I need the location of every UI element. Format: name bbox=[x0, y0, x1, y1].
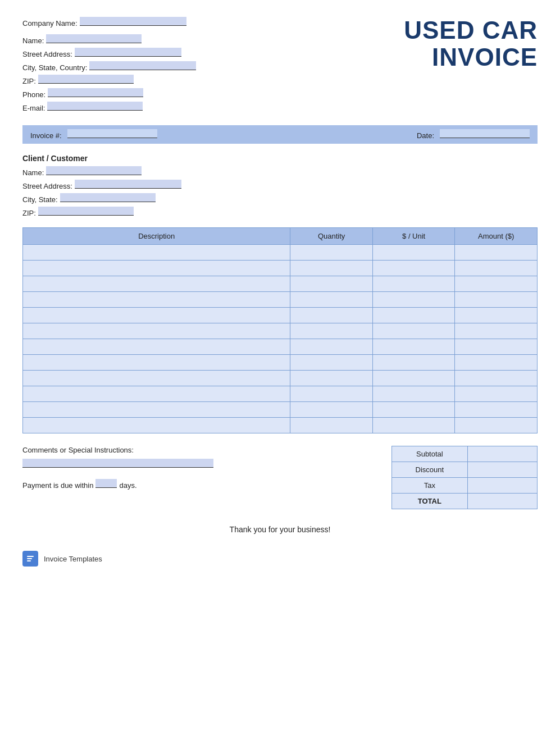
table-row bbox=[23, 245, 538, 261]
street-label: Street Address: bbox=[22, 50, 72, 58]
table-cell[interactable] bbox=[290, 386, 373, 402]
thank-you-text: Thank you for your business! bbox=[22, 525, 538, 534]
table-cell[interactable] bbox=[23, 386, 290, 402]
col-unit-price: $ / Unit bbox=[372, 228, 455, 245]
comments-label: Comments or Special Instructions: bbox=[22, 446, 369, 454]
table-cell[interactable] bbox=[372, 261, 455, 276]
phone-field[interactable] bbox=[48, 88, 143, 97]
name-field[interactable] bbox=[46, 34, 142, 43]
table-cell[interactable] bbox=[23, 402, 290, 418]
table-cell[interactable] bbox=[455, 245, 538, 261]
total-value[interactable] bbox=[467, 494, 537, 509]
table-cell[interactable] bbox=[372, 371, 455, 386]
table-cell[interactable] bbox=[290, 261, 373, 276]
table-cell[interactable] bbox=[290, 339, 373, 355]
table-cell[interactable] bbox=[455, 402, 538, 418]
table-cell[interactable] bbox=[455, 308, 538, 323]
invoice-num-field[interactable] bbox=[67, 129, 157, 138]
date-label: Date: bbox=[417, 131, 434, 140]
table-cell[interactable] bbox=[372, 339, 455, 355]
table-row bbox=[23, 292, 538, 308]
client-name-field[interactable] bbox=[46, 166, 142, 175]
client-city-label: City, State: bbox=[22, 195, 58, 204]
phone-label: Phone: bbox=[22, 90, 45, 99]
days-field[interactable] bbox=[95, 479, 117, 488]
discount-value[interactable] bbox=[467, 462, 537, 478]
table-cell[interactable] bbox=[290, 402, 373, 418]
table-cell[interactable] bbox=[290, 308, 373, 323]
payment-prefix: Payment is due within bbox=[22, 481, 93, 490]
table-cell[interactable] bbox=[290, 371, 373, 386]
table-cell[interactable] bbox=[23, 245, 290, 261]
table-cell[interactable] bbox=[372, 355, 455, 371]
table-cell[interactable] bbox=[290, 418, 373, 433]
table-cell[interactable] bbox=[455, 355, 538, 371]
totals-table: Subtotal Discount Tax TOTAL bbox=[391, 446, 538, 509]
company-name-label: Company Name: bbox=[22, 19, 78, 28]
client-street-field[interactable] bbox=[75, 180, 181, 189]
table-row bbox=[23, 323, 538, 339]
tax-value[interactable] bbox=[467, 478, 537, 494]
table-cell[interactable] bbox=[290, 245, 373, 261]
footer-brand: Invoice Templates bbox=[44, 555, 102, 563]
invoice-title: INVOICE bbox=[404, 44, 538, 71]
table-cell[interactable] bbox=[372, 418, 455, 433]
discount-label: Discount bbox=[392, 462, 468, 478]
table-cell[interactable] bbox=[290, 292, 373, 308]
company-name-field[interactable] bbox=[80, 17, 186, 26]
table-cell[interactable] bbox=[455, 261, 538, 276]
table-row bbox=[23, 371, 538, 386]
discount-row: Discount bbox=[392, 462, 538, 478]
table-cell[interactable] bbox=[372, 292, 455, 308]
street-field[interactable] bbox=[75, 48, 181, 57]
comments-field[interactable] bbox=[22, 459, 213, 468]
city-state-country-field[interactable] bbox=[89, 61, 196, 70]
table-cell[interactable] bbox=[23, 339, 290, 355]
subtotal-value[interactable] bbox=[467, 446, 537, 462]
table-cell[interactable] bbox=[23, 261, 290, 276]
date-field[interactable] bbox=[440, 129, 530, 138]
table-cell[interactable] bbox=[372, 276, 455, 292]
client-section-title: Client / Customer bbox=[22, 154, 538, 163]
table-cell[interactable] bbox=[372, 323, 455, 339]
subtotal-label: Subtotal bbox=[392, 446, 468, 462]
table-cell[interactable] bbox=[372, 402, 455, 418]
table-cell[interactable] bbox=[455, 371, 538, 386]
table-cell[interactable] bbox=[455, 323, 538, 339]
email-field[interactable] bbox=[47, 102, 143, 111]
table-row bbox=[23, 339, 538, 355]
col-quantity: Quantity bbox=[290, 228, 373, 245]
tax-label: Tax bbox=[392, 478, 468, 494]
table-cell[interactable] bbox=[455, 339, 538, 355]
table-cell[interactable] bbox=[23, 371, 290, 386]
table-cell[interactable] bbox=[372, 308, 455, 323]
table-cell[interactable] bbox=[372, 386, 455, 402]
table-cell[interactable] bbox=[290, 323, 373, 339]
table-cell[interactable] bbox=[455, 386, 538, 402]
items-table: Description Quantity $ / Unit Amount ($) bbox=[22, 227, 538, 433]
table-cell[interactable] bbox=[23, 276, 290, 292]
table-row bbox=[23, 402, 538, 418]
total-label: TOTAL bbox=[392, 494, 468, 509]
table-cell[interactable] bbox=[290, 276, 373, 292]
invoice-num-label: Invoice #: bbox=[30, 131, 62, 140]
table-row bbox=[23, 276, 538, 292]
table-row bbox=[23, 386, 538, 402]
name-label: Name: bbox=[22, 36, 44, 45]
table-cell[interactable] bbox=[23, 323, 290, 339]
table-cell[interactable] bbox=[455, 276, 538, 292]
table-cell[interactable] bbox=[23, 418, 290, 433]
table-cell[interactable] bbox=[290, 355, 373, 371]
table-cell[interactable] bbox=[372, 245, 455, 261]
subtotal-row: Subtotal bbox=[392, 446, 538, 462]
client-city-field[interactable] bbox=[60, 193, 156, 202]
table-cell[interactable] bbox=[23, 308, 290, 323]
table-cell[interactable] bbox=[23, 292, 290, 308]
zip-field[interactable] bbox=[38, 75, 134, 84]
table-cell[interactable] bbox=[455, 418, 538, 433]
table-cell[interactable] bbox=[23, 355, 290, 371]
table-row bbox=[23, 355, 538, 371]
client-zip-field[interactable] bbox=[38, 207, 134, 216]
table-cell[interactable] bbox=[455, 292, 538, 308]
zip-label: ZIP: bbox=[22, 77, 36, 85]
